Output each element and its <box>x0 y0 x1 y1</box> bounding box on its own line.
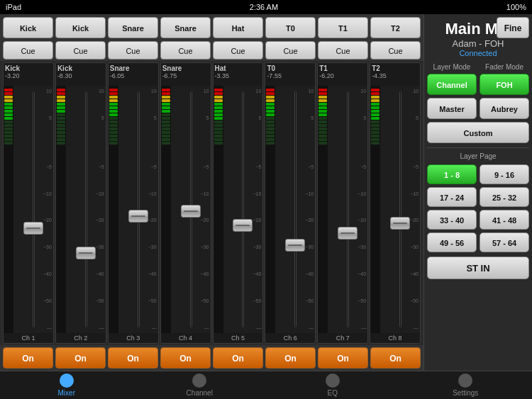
meter-seg-2-2 <box>57 96 65 99</box>
meter-seg-6-15 <box>266 142 275 145</box>
fader-handle-7[interactable] <box>338 227 358 240</box>
on-btn-ch1[interactable]: On <box>3 347 53 369</box>
cue-btn-6[interactable]: Cue <box>265 41 316 60</box>
meter-seg-5-10 <box>214 124 223 127</box>
fader-mode-label: Fader Mode <box>480 63 529 71</box>
meter-seg-2-9 <box>57 120 65 123</box>
meter-seg-3-6 <box>109 110 118 113</box>
nav-item-mixer[interactable]: Mixer <box>0 371 133 400</box>
meter-seg-4-14 <box>162 138 170 141</box>
page-btn-25- 32[interactable]: 25 - 32 <box>480 187 529 207</box>
vu-meter-2 <box>56 86 66 333</box>
nav-icon-settings <box>458 373 472 388</box>
fader-handle-2[interactable] <box>76 247 96 259</box>
cue-btn-1[interactable]: Cue <box>3 41 53 60</box>
meter-seg-4-10 <box>162 124 170 127</box>
meter-seg-7-13 <box>318 135 327 137</box>
instrument-btn-ch7[interactable]: T1 <box>318 17 368 38</box>
channel-label-8: Ch 8 <box>370 333 420 343</box>
fader-handle-4[interactable] <box>181 205 201 218</box>
meter-seg-3-12 <box>109 131 118 134</box>
custom-button[interactable]: Custom <box>427 122 529 143</box>
cue-btn-8[interactable]: Cue <box>370 41 421 60</box>
page-btn-33- 40[interactable]: 33 - 40 <box>427 210 477 230</box>
meter-seg-8-8 <box>371 117 379 120</box>
fader-handle-1[interactable] <box>23 222 43 235</box>
meter-seg-7-1 <box>318 92 327 95</box>
fine-button[interactable]: Fine <box>497 17 529 38</box>
meter-seg-3-11 <box>109 128 118 130</box>
on-btn-ch2[interactable]: On <box>55 347 106 369</box>
nav-label-channel: Channel <box>187 389 213 397</box>
meter-seg-4-0 <box>162 89 170 91</box>
nav-item-settings[interactable]: Settings <box>399 371 533 400</box>
page-btn-41- 48[interactable]: 41 - 48 <box>480 210 529 230</box>
meter-seg-1-2 <box>4 96 13 99</box>
meter-seg-6-4 <box>266 103 275 106</box>
channel-label-6: Ch 6 <box>265 333 315 343</box>
meter-seg-1-9 <box>4 120 13 123</box>
nav-item-channel[interactable]: Channel <box>133 371 267 400</box>
meter-seg-4-1 <box>162 92 170 95</box>
cue-btn-7[interactable]: Cue <box>318 41 368 60</box>
meter-seg-2-4 <box>57 103 65 106</box>
fader-handle-5[interactable] <box>233 219 253 232</box>
on-btn-ch4[interactable]: On <box>160 347 211 369</box>
page-btn-1- 8[interactable]: 1 - 8 <box>427 164 477 184</box>
instrument-btn-ch2[interactable]: Kick <box>55 17 106 38</box>
layer-mode-label: Layer Mode <box>427 63 477 71</box>
meter-seg-5-4 <box>214 103 223 106</box>
fader-handle-3[interactable] <box>128 210 148 223</box>
instrument-btn-ch6[interactable]: T0 <box>265 17 316 38</box>
page-btn-17- 24[interactable]: 17 - 24 <box>427 187 477 207</box>
meter-seg-8-12 <box>371 131 379 134</box>
fader-meter-7: 105−5−10−20−30−40−50— <box>318 86 367 333</box>
meter-seg-8-7 <box>371 113 379 116</box>
channel-button[interactable]: Channel <box>427 74 477 95</box>
instrument-btn-ch8[interactable]: T2 <box>370 17 421 38</box>
on-btn-ch8[interactable]: On <box>370 347 421 369</box>
mixer-section: KickKickSnareSnareHatT0T1T2 CueCueCueCue… <box>0 14 424 371</box>
cue-btn-2[interactable]: Cue <box>55 41 106 60</box>
fader-meter-8: 105−5−10−20−30−40−50— <box>370 86 420 333</box>
fader-meter-3: 105−5−10−20−30−40−50— <box>109 86 158 333</box>
status-right: 100% <box>506 3 526 11</box>
channel-label-1: Ch 1 <box>4 333 53 343</box>
meter-seg-6-8 <box>266 117 275 120</box>
cue-btn-5[interactable]: Cue <box>213 41 263 60</box>
page-btn-57- 64[interactable]: 57 - 64 <box>480 232 529 252</box>
channel-name-8: T2 <box>372 64 419 72</box>
instrument-btn-ch4[interactable]: Snare <box>160 17 211 38</box>
meter-seg-4-5 <box>162 106 170 109</box>
master-button[interactable]: Master <box>427 98 477 119</box>
on-btn-ch7[interactable]: On <box>318 347 368 369</box>
page-btn-49- 56[interactable]: 49 - 56 <box>427 232 477 252</box>
layer-fader-row2: Master Aubrey <box>427 98 529 119</box>
layer-page-grid: 1 - 89 - 1617 - 2425 - 3233 - 4041 - 484… <box>427 164 529 252</box>
st-in-button[interactable]: ST IN <box>427 257 529 279</box>
instrument-btn-ch3[interactable]: Snare <box>108 17 158 38</box>
page-btn-9- 16[interactable]: 9 - 16 <box>480 164 529 184</box>
cue-btn-3[interactable]: Cue <box>108 41 158 60</box>
on-btn-ch6[interactable]: On <box>265 347 316 369</box>
meter-seg-1-12 <box>4 131 13 134</box>
channel-name-4: Snare <box>162 64 209 72</box>
fader-handle-8[interactable] <box>390 217 410 230</box>
instrument-btn-ch1[interactable]: Kick <box>3 17 53 38</box>
on-btn-ch3[interactable]: On <box>108 347 158 369</box>
meter-seg-7-4 <box>318 103 327 106</box>
instrument-btn-ch5[interactable]: Hat <box>213 17 263 38</box>
fader-meter-5: 105−5−10−20−30−40−50— <box>214 86 263 333</box>
channel-5: Hat-3.35105−5−10−20−30−40−50—Ch 5 <box>213 62 264 344</box>
aubrey-button[interactable]: Aubrey <box>480 98 529 119</box>
fader-handle-6[interactable] <box>285 239 305 252</box>
meter-seg-6-13 <box>266 135 275 137</box>
cue-btn-4[interactable]: Cue <box>160 41 211 60</box>
on-btn-ch5[interactable]: On <box>213 347 263 369</box>
fader-track-1 <box>33 91 35 327</box>
meter-seg-6-3 <box>266 99 275 102</box>
nav-item-eq[interactable]: EQ <box>266 371 399 400</box>
foh-button[interactable]: FOH <box>480 74 529 95</box>
right-panel: Main Mix Adam - FOH Connected Layer Mode… <box>424 14 532 371</box>
meter-seg-6-6 <box>266 110 275 113</box>
